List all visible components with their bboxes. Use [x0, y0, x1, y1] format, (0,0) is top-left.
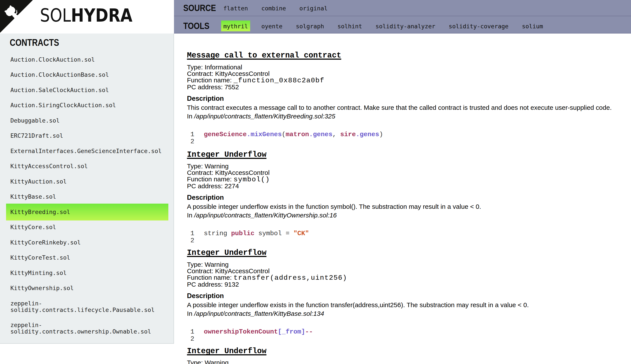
- code-token: ): [379, 131, 383, 138]
- meta-function: Function name: symbol(): [187, 176, 270, 183]
- line-number: 1: [187, 328, 194, 336]
- line-number: 1: [187, 131, 194, 138]
- app: SOLHYDRA SOURCE flattencombineoriginal T…: [0, 0, 631, 364]
- contract-item-zeppelin-solidity.contracts.lifecycle.Pausable.sol[interactable]: zeppelin-solidity.contracts.lifecycle.Pa…: [6, 295, 168, 318]
- contract-item-Auction.ClockAuction.sol[interactable]: Auction.ClockAuction.sol: [6, 51, 168, 68]
- issue-meta: Type: Warning Contract: Function name: P…: [187, 360, 622, 364]
- pc-label: PC address:: [187, 84, 224, 90]
- meta-function: Function name: transfer(address,uint256): [187, 274, 347, 281]
- contracts-title-text: CONTRACTS: [10, 38, 59, 47]
- pc-value: 2274: [224, 182, 239, 190]
- line-number: 2: [187, 138, 194, 145]
- issue-section: Integer Underflow Type: Warning Contract…: [187, 347, 622, 364]
- meta-type: Type: Informational: [187, 64, 242, 71]
- contract-item-KittyCoreTest.sol[interactable]: KittyCoreTest.sol: [6, 249, 168, 266]
- tool-item-mythril[interactable]: mythril: [221, 20, 250, 31]
- code-token: .genes: [309, 131, 332, 138]
- tool-item-solium[interactable]: solium: [520, 20, 545, 31]
- source-item-flatten[interactable]: flatten: [221, 2, 250, 14]
- contract-item-Auction.SiringClockAuction.sol[interactable]: Auction.SiringClockAuction.sol: [6, 97, 168, 114]
- logo-area: SOLHYDRA: [0, 0, 174, 34]
- source-label-text: SOURCE: [183, 4, 216, 12]
- location-path: /app/input/contracts_flatten/KittyBase.s…: [194, 310, 324, 317]
- description-heading: Description: [187, 292, 622, 300]
- contract-item-Debuggable.sol[interactable]: Debuggable.sol: [6, 112, 168, 129]
- source-label: SOURCE: [183, 4, 221, 12]
- code-line: 2: [187, 336, 622, 342]
- code-token: public: [231, 230, 254, 237]
- meta-type: Type: Warning: [187, 261, 228, 268]
- contract-item-KittyBase.sol[interactable]: KittyBase.sol: [6, 188, 168, 205]
- contract-item-KittyCore.sol[interactable]: KittyCore.sol: [6, 219, 168, 236]
- function-name-code: _function_0x88c2a0bf: [233, 76, 324, 84]
- description-heading: Description: [187, 194, 622, 202]
- issue-title: Integer Underflow: [187, 150, 622, 159]
- description-text: A possible integer underflow exists in t…: [187, 203, 622, 210]
- tool-item-solhint[interactable]: solhint: [335, 20, 364, 31]
- description-text: A possible integer underflow exists in t…: [187, 301, 622, 309]
- line-number: 1: [187, 230, 194, 237]
- contract-item-Auction.SaleClockAuction.sol[interactable]: Auction.SaleClockAuction.sol: [6, 82, 168, 98]
- tools-nav: mythriloyentesolgraphsolhintsolidity-ana…: [221, 20, 554, 31]
- issue-title: Message call to external contract: [187, 51, 622, 60]
- sidebar: CONTRACTS Auction.ClockAuction.solAuctio…: [0, 34, 174, 364]
- pc-value: 9132: [224, 281, 239, 288]
- location-line: In /app/input/contracts_flatten/KittyOwn…: [187, 212, 622, 219]
- code-token: string: [204, 230, 231, 237]
- function-name-code: transfer(address,uint256): [233, 274, 347, 282]
- code-token: .mixGenes: [247, 131, 282, 138]
- location-path: /app/input/contracts_flatten/KittyBreedi…: [194, 112, 335, 120]
- pc-value: 7552: [224, 84, 239, 90]
- source-nav: flattencombineoriginal: [221, 2, 339, 14]
- tool-item-oyente[interactable]: oyente: [259, 20, 285, 31]
- tools-label-text: TOOLS: [183, 22, 209, 30]
- tools-label: TOOLS: [183, 22, 221, 30]
- issue-meta: Type: Warning Contract: KittyAccessContr…: [187, 163, 622, 189]
- contract-value: KittyAccessControl: [215, 169, 270, 176]
- code-token: geneScience: [204, 131, 247, 138]
- type-value: Warning: [205, 162, 229, 170]
- contract-item-zeppelin-solidity.contracts.ownership.Ownable.sol[interactable]: zeppelin-solidity.contracts.ownership.Ow…: [6, 317, 168, 340]
- location-line: In /app/input/contracts_flatten/KittyBre…: [187, 112, 622, 120]
- tool-item-solgraph[interactable]: solgraph: [294, 20, 326, 31]
- logo: SOLHYDRA: [0, 0, 174, 34]
- function-label: Function name:: [187, 76, 233, 84]
- tool-item-solidity-analyzer[interactable]: solidity-analyzer: [373, 20, 437, 31]
- code-token: .genes: [356, 131, 379, 138]
- contract-item-KittyAuction.sol[interactable]: KittyAuction.sol: [6, 173, 168, 190]
- contract-item-KittyBreeding.sol[interactable]: KittyBreeding.sol: [6, 204, 168, 220]
- code-line: 1ownershipTokenCount[_from]--: [187, 328, 622, 336]
- meta-type: Type: Warning: [187, 359, 228, 364]
- contract-item-Auction.ClockAuctionBase.sol[interactable]: Auction.ClockAuctionBase.sol: [6, 66, 168, 83]
- contract-item-KittyOwnership.sol[interactable]: KittyOwnership.sol: [6, 280, 168, 296]
- contract-item-ExternalInterfaces.GeneScienceInterface.sol[interactable]: ExternalInterfaces.GeneScienceInterface.…: [6, 143, 168, 160]
- issue-title: Integer Underflow: [187, 347, 622, 356]
- meta-contract: Contract: KittyAccessControl: [187, 169, 270, 176]
- code-line: 1string public symbol = "CK": [187, 230, 622, 237]
- issue-section: Integer Underflow Type: Warning Contract…: [187, 248, 622, 342]
- contract-item-ERC721Draft.sol[interactable]: ERC721Draft.sol: [6, 127, 168, 144]
- code-snippet: 1geneScience.mixGenes(matron.genes, sire…: [187, 131, 622, 145]
- issue-section: Integer Underflow Type: Warning Contract…: [187, 150, 622, 244]
- contract-item-KittyCoreRinkeby.sol[interactable]: KittyCoreRinkeby.sol: [6, 234, 168, 251]
- contract-label: Contract:: [187, 169, 215, 176]
- contracts-panel: CONTRACTS Auction.ClockAuction.solAuctio…: [0, 34, 174, 344]
- logo-text: SOLHYDRA: [40, 6, 132, 24]
- source-item-original[interactable]: original: [297, 2, 330, 14]
- meta-function: Function name: _function_0x88c2a0bf: [187, 76, 324, 84]
- source-item-combine[interactable]: combine: [259, 2, 288, 14]
- contract-value: KittyAccessControl: [215, 268, 270, 274]
- type-value: Warning: [205, 359, 229, 364]
- tool-item-solidity-coverage[interactable]: solidity-coverage: [447, 20, 511, 31]
- type-value: Warning: [205, 261, 229, 268]
- code-token: ownershipTokenCount: [204, 328, 278, 336]
- location-label: In: [187, 212, 194, 219]
- contracts-title: CONTRACTS: [0, 34, 174, 47]
- code-line: 1geneScience.mixGenes(matron.genes, sire…: [187, 131, 622, 138]
- contract-item-KittyAccessControl.sol[interactable]: KittyAccessControl.sol: [6, 158, 168, 175]
- function-name-code: symbol(): [233, 176, 270, 184]
- code-line: 2: [187, 138, 622, 145]
- header: SOURCE flattencombineoriginal TOOLS myth…: [174, 0, 631, 34]
- contract-item-KittyMinting.sol[interactable]: KittyMinting.sol: [6, 264, 168, 282]
- line-number: 2: [187, 336, 194, 342]
